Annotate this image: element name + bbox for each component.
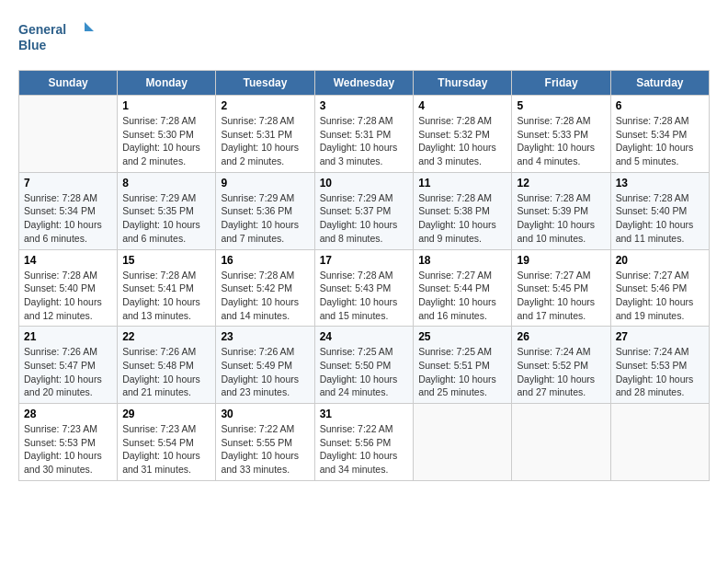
day-number: 2 (221, 99, 309, 112)
day-number: 25 (418, 330, 506, 343)
day-info: Sunrise: 7:26 AMSunset: 5:49 PMDaylight:… (221, 345, 309, 399)
calendar-cell: 20 Sunrise: 7:27 AMSunset: 5:46 PMDaylig… (610, 249, 709, 327)
day-number: 19 (517, 254, 605, 267)
day-info: Sunrise: 7:28 AMSunset: 5:30 PMDaylight:… (122, 114, 210, 168)
day-number: 16 (221, 254, 309, 267)
day-number: 24 (320, 330, 409, 343)
calendar-cell: 1 Sunrise: 7:28 AMSunset: 5:30 PMDayligh… (118, 96, 216, 173)
day-number: 28 (24, 408, 112, 420)
day-info: Sunrise: 7:24 AMSunset: 5:53 PMDaylight:… (616, 345, 704, 399)
week-row-4: 21 Sunrise: 7:26 AMSunset: 5:47 PMDaylig… (19, 327, 710, 404)
day-info: Sunrise: 7:27 AMSunset: 5:44 PMDaylight:… (418, 269, 506, 323)
calendar-cell: 24 Sunrise: 7:25 AMSunset: 5:50 PMDaylig… (314, 327, 414, 404)
day-info: Sunrise: 7:27 AMSunset: 5:46 PMDaylight:… (616, 269, 704, 323)
day-info: Sunrise: 7:24 AMSunset: 5:52 PMDaylight:… (517, 345, 605, 399)
day-number: 29 (122, 408, 210, 420)
day-info: Sunrise: 7:28 AMSunset: 5:31 PMDaylight:… (221, 114, 309, 168)
weekday-header-saturday: Saturday (610, 71, 709, 96)
day-number: 21 (24, 330, 112, 343)
day-info: Sunrise: 7:29 AMSunset: 5:36 PMDaylight:… (221, 191, 309, 246)
day-info: Sunrise: 7:22 AMSunset: 5:55 PMDaylight:… (221, 422, 309, 477)
calendar-cell: 26 Sunrise: 7:24 AMSunset: 5:52 PMDaylig… (512, 327, 610, 404)
calendar-cell: 21 Sunrise: 7:26 AMSunset: 5:47 PMDaylig… (19, 327, 118, 404)
day-info: Sunrise: 7:26 AMSunset: 5:48 PMDaylight:… (122, 345, 210, 399)
day-number: 30 (221, 408, 309, 420)
day-number: 5 (517, 99, 605, 112)
day-number: 10 (320, 177, 409, 190)
calendar-cell: 19 Sunrise: 7:27 AMSunset: 5:45 PMDaylig… (512, 249, 610, 327)
calendar-cell: 22 Sunrise: 7:26 AMSunset: 5:48 PMDaylig… (118, 327, 216, 404)
day-number: 3 (320, 99, 409, 112)
calendar-cell: 6 Sunrise: 7:28 AMSunset: 5:34 PMDayligh… (610, 96, 709, 173)
weekday-header-sunday: Sunday (19, 71, 118, 96)
page-header: General Blue (18, 18, 710, 55)
day-number: 1 (122, 99, 210, 112)
day-info: Sunrise: 7:28 AMSunset: 5:39 PMDaylight:… (517, 191, 605, 246)
logo-svg: General Blue (18, 18, 101, 55)
weekday-header-thursday: Thursday (414, 71, 512, 96)
calendar-cell: 31 Sunrise: 7:22 AMSunset: 5:56 PMDaylig… (314, 404, 414, 481)
day-number: 13 (616, 177, 704, 190)
calendar-cell: 4 Sunrise: 7:28 AMSunset: 5:32 PMDayligh… (414, 96, 512, 173)
day-number: 31 (320, 408, 409, 420)
calendar-cell: 15 Sunrise: 7:28 AMSunset: 5:41 PMDaylig… (118, 249, 216, 327)
calendar-cell (414, 404, 512, 481)
day-info: Sunrise: 7:23 AMSunset: 5:54 PMDaylight:… (122, 422, 210, 477)
day-number: 7 (24, 177, 112, 190)
day-info: Sunrise: 7:28 AMSunset: 5:31 PMDaylight:… (320, 114, 409, 168)
week-row-2: 7 Sunrise: 7:28 AMSunset: 5:34 PMDayligh… (19, 172, 710, 249)
week-row-5: 28 Sunrise: 7:23 AMSunset: 5:53 PMDaylig… (19, 404, 710, 481)
week-row-3: 14 Sunrise: 7:28 AMSunset: 5:40 PMDaylig… (19, 249, 710, 327)
day-number: 27 (616, 330, 704, 343)
calendar-cell: 30 Sunrise: 7:22 AMSunset: 5:55 PMDaylig… (216, 404, 314, 481)
calendar-cell: 16 Sunrise: 7:28 AMSunset: 5:42 PMDaylig… (216, 249, 314, 327)
day-number: 8 (122, 177, 210, 190)
day-info: Sunrise: 7:28 AMSunset: 5:32 PMDaylight:… (418, 114, 506, 168)
svg-text:Blue: Blue (18, 38, 47, 52)
calendar-cell (512, 404, 610, 481)
calendar-cell: 13 Sunrise: 7:28 AMSunset: 5:40 PMDaylig… (610, 172, 709, 249)
day-number: 15 (122, 254, 210, 267)
calendar-cell: 28 Sunrise: 7:23 AMSunset: 5:53 PMDaylig… (19, 404, 118, 481)
day-info: Sunrise: 7:28 AMSunset: 5:34 PMDaylight:… (24, 191, 112, 246)
calendar-cell: 27 Sunrise: 7:24 AMSunset: 5:53 PMDaylig… (610, 327, 709, 404)
calendar-cell: 7 Sunrise: 7:28 AMSunset: 5:34 PMDayligh… (19, 172, 118, 249)
calendar-cell: 11 Sunrise: 7:28 AMSunset: 5:38 PMDaylig… (414, 172, 512, 249)
weekday-header-monday: Monday (118, 71, 216, 96)
svg-text:General: General (18, 22, 66, 37)
day-number: 17 (320, 254, 409, 267)
day-info: Sunrise: 7:29 AMSunset: 5:37 PMDaylight:… (320, 191, 409, 246)
day-info: Sunrise: 7:25 AMSunset: 5:51 PMDaylight:… (418, 345, 506, 399)
day-number: 18 (418, 254, 506, 267)
day-info: Sunrise: 7:28 AMSunset: 5:33 PMDaylight:… (517, 114, 605, 168)
day-number: 9 (221, 177, 309, 190)
day-number: 14 (24, 254, 112, 267)
day-info: Sunrise: 7:26 AMSunset: 5:47 PMDaylight:… (24, 345, 112, 399)
day-number: 11 (418, 177, 506, 190)
week-row-1: 1 Sunrise: 7:28 AMSunset: 5:30 PMDayligh… (19, 96, 710, 173)
calendar-cell: 10 Sunrise: 7:29 AMSunset: 5:37 PMDaylig… (314, 172, 414, 249)
day-info: Sunrise: 7:28 AMSunset: 5:41 PMDaylight:… (122, 269, 210, 323)
day-info: Sunrise: 7:28 AMSunset: 5:42 PMDaylight:… (221, 269, 309, 323)
logo: General Blue (18, 18, 101, 55)
calendar-cell: 2 Sunrise: 7:28 AMSunset: 5:31 PMDayligh… (216, 96, 314, 173)
weekday-header-row: SundayMondayTuesdayWednesdayThursdayFrid… (19, 71, 710, 96)
day-info: Sunrise: 7:25 AMSunset: 5:50 PMDaylight:… (320, 345, 409, 399)
day-number: 26 (517, 330, 605, 343)
day-number: 20 (616, 254, 704, 267)
day-info: Sunrise: 7:22 AMSunset: 5:56 PMDaylight:… (320, 422, 409, 477)
weekday-header-wednesday: Wednesday (314, 71, 414, 96)
day-info: Sunrise: 7:28 AMSunset: 5:34 PMDaylight:… (616, 114, 704, 168)
weekday-header-tuesday: Tuesday (216, 71, 314, 96)
calendar-cell: 12 Sunrise: 7:28 AMSunset: 5:39 PMDaylig… (512, 172, 610, 249)
calendar-table: SundayMondayTuesdayWednesdayThursdayFrid… (18, 70, 710, 481)
calendar-cell (19, 96, 118, 173)
day-number: 22 (122, 330, 210, 343)
calendar-cell: 9 Sunrise: 7:29 AMSunset: 5:36 PMDayligh… (216, 172, 314, 249)
calendar-cell: 25 Sunrise: 7:25 AMSunset: 5:51 PMDaylig… (414, 327, 512, 404)
calendar-cell: 18 Sunrise: 7:27 AMSunset: 5:44 PMDaylig… (414, 249, 512, 327)
calendar-cell (610, 404, 709, 481)
day-number: 23 (221, 330, 309, 343)
day-info: Sunrise: 7:27 AMSunset: 5:45 PMDaylight:… (517, 269, 605, 323)
calendar-cell: 17 Sunrise: 7:28 AMSunset: 5:43 PMDaylig… (314, 249, 414, 327)
